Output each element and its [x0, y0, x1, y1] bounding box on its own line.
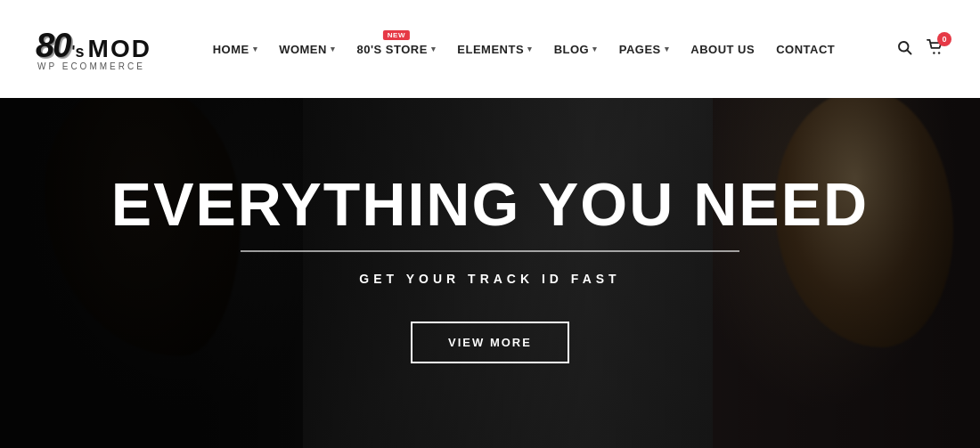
nav-item-elements[interactable]: ELEMENTS▾ — [457, 43, 532, 56]
view-more-button[interactable]: VIEW MORE — [411, 322, 569, 363]
nav-label: WOMEN — [279, 43, 327, 56]
nav-label: ABOUT US — [690, 43, 755, 56]
logo-main: 80 's MOD — [36, 27, 151, 65]
hero-section: EVERYTHING YOU NEED GET YOUR TRACK ID FA… — [0, 98, 980, 448]
hero-content: EVERYTHING YOU NEED GET YOUR TRACK ID FA… — [0, 98, 980, 448]
nav-item-women[interactable]: WOMEN▾ — [279, 43, 335, 56]
svg-line-1 — [907, 50, 911, 53]
nav-item-pages[interactable]: PAGES▾ — [619, 43, 670, 56]
chevron-down-icon: ▾ — [431, 45, 437, 53]
svg-point-2 — [933, 52, 935, 53]
chevron-down-icon: ▾ — [331, 45, 336, 53]
hero-divider — [241, 250, 739, 252]
chevron-down-icon: ▾ — [253, 45, 258, 53]
nav-item-blog[interactable]: BLOG▾ — [554, 43, 598, 56]
svg-point-3 — [938, 52, 940, 53]
nav-item-about-us[interactable]: ABOUT US — [690, 43, 755, 56]
chevron-down-icon: ▾ — [665, 45, 670, 53]
nav-item-home[interactable]: HOME▾ — [213, 43, 258, 56]
nav-label: ELEMENTS — [457, 43, 524, 56]
logo-mod: MOD — [88, 35, 151, 63]
nav-item-contact[interactable]: CONTACT — [776, 43, 835, 56]
logo-apostrophe: 's — [71, 43, 84, 61]
nav-label: BLOG — [554, 43, 590, 56]
logo[interactable]: 80 's MOD WP ECOMMERCE — [36, 27, 151, 71]
nav-label: CONTACT — [776, 43, 835, 56]
nav-label: PAGES — [619, 43, 661, 56]
logo-number: 80 — [36, 27, 69, 65]
new-badge: NEW — [383, 30, 410, 40]
chevron-down-icon: ▾ — [527, 45, 533, 53]
chevron-down-icon: ▾ — [592, 45, 598, 53]
hero-title: EVERYTHING YOU NEED — [111, 174, 869, 234]
cart-badge: 0 — [937, 32, 951, 46]
search-icon[interactable] — [896, 39, 912, 60]
nav-icons: 0 — [896, 39, 944, 60]
nav-label: 80'S STORE — [356, 43, 427, 56]
nav: HOME▾WOMEN▾NEW80'S STORE▾ELEMENTS▾BLOG▾P… — [213, 43, 836, 56]
cart-icon[interactable]: 0 — [927, 39, 944, 60]
header: 80 's MOD WP ECOMMERCE HOME▾WOMEN▾NEW80'… — [0, 0, 980, 98]
nav-item-80-s-store[interactable]: NEW80'S STORE▾ — [356, 43, 436, 56]
nav-label: HOME — [213, 43, 249, 56]
hero-subtitle: GET YOUR TRACK ID FAST — [359, 272, 620, 286]
